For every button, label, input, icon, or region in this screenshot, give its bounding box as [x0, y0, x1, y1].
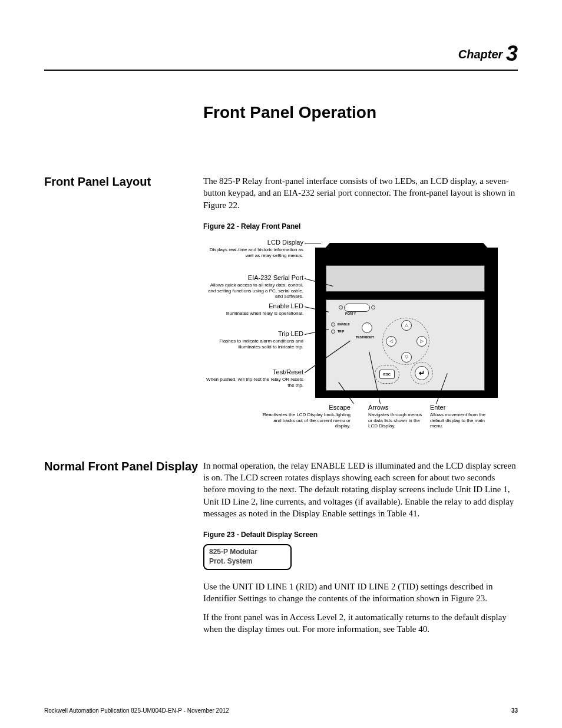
callout-title: Enable LED [203, 302, 303, 310]
arrow-left-icon: ◁ [386, 336, 396, 347]
trip-led-icon [331, 330, 335, 334]
callout-trip-led: Trip LED Flashes to indicate alarm condi… [203, 330, 303, 350]
trip-led-label: TRIP [338, 330, 344, 334]
keypad-panel: PORT F ENABLE TRIP TEST/RESET △ ▽ ◁ [326, 299, 485, 391]
figure-caption: Figure 22 - Relay Front Panel [203, 222, 518, 231]
paragraph: In normal operation, the relay ENABLE LE… [203, 460, 518, 519]
callout-title: Trip LED [203, 330, 303, 338]
relay-enclosure: PORT F ENABLE TRIP TEST/RESET △ ▽ ◁ [315, 248, 498, 398]
leader-line [305, 243, 321, 243]
arrow-up-icon: △ [401, 320, 412, 331]
test-reset-label: TEST/RESET [356, 335, 374, 340]
callout-desc: Illuminates when relay is operational. [203, 311, 303, 317]
arrow-right-icon: ▷ [416, 336, 427, 347]
callout-arrows: Arrows Navigates through menus or data l… [368, 404, 424, 429]
callout-desc: Allows quick access to all relay data, c… [203, 282, 303, 299]
lcd-line-1: 825-P Modular [209, 548, 286, 557]
section-body: The 825-P Relay front-panel interface co… [203, 175, 518, 436]
page-title: Front Panel Operation [203, 103, 518, 122]
lcd-display [326, 265, 485, 292]
callout-escape: Escape Reactivates the LCD Display back-… [262, 404, 351, 429]
arrow-down-icon: ▽ [401, 352, 412, 363]
callout-title: LCD Display [203, 239, 303, 246]
callout-desc: When pushed, will trip-test the relay OR… [203, 377, 303, 388]
arrow-keys-ring: △ ▽ ◁ ▷ [382, 318, 429, 365]
publication-info: Rockwell Automation Publication 825-UM00… [44, 707, 229, 714]
enter-button-icon: ↵ [415, 366, 429, 380]
enable-led-row: ENABLE [331, 322, 350, 327]
test-reset-button-icon [362, 322, 372, 333]
serial-port-icon [344, 304, 370, 312]
callout-enable-led: Enable LED Illuminates when relay is ope… [203, 302, 303, 317]
escape-button-icon: ESC [379, 370, 395, 379]
callout-desc: Allows movement from the default display… [430, 412, 495, 429]
figure-relay-front-panel: PORT F ENABLE TRIP TEST/RESET △ ▽ ◁ [203, 236, 510, 436]
callout-enter: Enter Allows movement from the default d… [430, 404, 495, 429]
section-body: In normal operation, the relay ENABLE LE… [203, 460, 518, 643]
page-number: 33 [511, 707, 518, 714]
callout-serial: EIA-232 Serial Port Allows quick access … [203, 274, 303, 299]
callout-test-reset: Test/Reset When pushed, will trip-test t… [203, 368, 303, 388]
chapter-label: Chapter [458, 48, 503, 61]
header-rule [44, 70, 518, 71]
callout-title: Test/Reset [203, 368, 303, 376]
callout-title: Arrows [368, 404, 424, 411]
callout-desc: Reactivates the LCD Display back-lightin… [262, 412, 351, 429]
trip-led-row: TRIP [331, 330, 344, 334]
callout-desc: Navigates through menus or data lists sh… [368, 412, 424, 429]
lcd-line-2: Prot. System [209, 557, 286, 566]
chapter-header: Chapter 3 [44, 41, 518, 66]
page-footer: Rockwell Automation Publication 825-UM00… [44, 707, 518, 714]
callout-title: Escape [262, 404, 351, 411]
callout-desc: Displays real-time and historic informat… [203, 247, 303, 258]
callout-title: Enter [430, 404, 495, 411]
section-front-panel-layout: Front Panel Layout The 825-P Relay front… [44, 175, 518, 436]
paragraph: Use the UNIT ID LINE 1 (RID) and UNIT ID… [203, 581, 518, 605]
section-heading: Front Panel Layout [44, 175, 203, 436]
callout-lcd: LCD Display Displays real-time and histo… [203, 239, 303, 258]
section-normal-display: Normal Front Panel Display In normal ope… [44, 460, 518, 643]
callout-title: EIA-232 Serial Port [203, 274, 303, 282]
enable-led-label: ENABLE [338, 322, 350, 327]
paragraph: The 825-P Relay front-panel interface co… [203, 175, 518, 211]
paragraph: If the front panel was in Access Level 2… [203, 611, 518, 635]
port-label: PORT F [345, 312, 356, 316]
enable-led-icon [331, 322, 335, 327]
callout-desc: Flashes to indicate alarm conditions and… [203, 338, 303, 350]
figure-lcd-screen: 825-P Modular Prot. System [203, 544, 292, 569]
chapter-number: 3 [506, 41, 518, 65]
figure-caption: Figure 23 - Default Display Screen [203, 530, 518, 539]
section-heading: Normal Front Panel Display [44, 460, 203, 643]
